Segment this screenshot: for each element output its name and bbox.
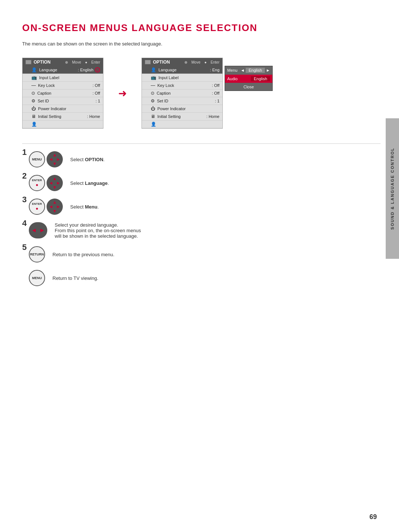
right-panel-nav: ⊕ Move ● Enter	[181, 60, 219, 64]
menu-row-empty-left: 👤	[23, 121, 103, 128]
step-4-icons: ◄ ►	[29, 222, 47, 238]
menu-row-keylock-right: — Key Lock : Off	[142, 82, 222, 89]
power-icon-left: ⏻	[31, 106, 36, 111]
step-2-number: 2	[22, 172, 27, 180]
nav-pad-inner-2: ▲ ◄ ► ▼	[49, 176, 61, 190]
left-panel-option-label: OPTION	[34, 60, 51, 65]
menu-row-empty-right: 👤	[142, 121, 222, 128]
key-icon-left: —	[31, 83, 36, 88]
subtitle: The menus can be shown on the screen in …	[22, 41, 381, 47]
menu-button-final[interactable]: MENU	[29, 270, 45, 286]
step-3-number: 3	[22, 196, 27, 204]
step-3-text: Select Menu.	[70, 204, 99, 210]
popup-menu-row: Menu ◄ English ►	[225, 66, 272, 75]
step-5-icons: RETURN	[29, 246, 45, 262]
person-icon-left: 👤	[31, 67, 37, 72]
left-panel-nav: ⊕ Move ● Enter	[62, 60, 100, 64]
step-menu-icons: MENU	[29, 270, 45, 286]
menu-button-1[interactable]: MENU	[29, 151, 45, 167]
direction-arrow: ➜	[118, 87, 127, 99]
step-2-icons: ENTER ● ▲ ◄ ► ▼	[29, 175, 63, 191]
step-2: 2 ENTER ● ▲ ◄ ► ▼	[22, 175, 381, 191]
menu-row-language-left: 👤 Language : English ●	[23, 66, 103, 74]
right-enter-label: ● Enter	[204, 60, 219, 64]
menu-row-power-left: ⏻ Power Indicator	[23, 105, 103, 113]
left-arrow-icon: ◄	[31, 227, 37, 234]
nav-pad-3[interactable]: ▲ ◄ ► ▼	[47, 199, 63, 215]
right-panel-option-label: OPTION	[153, 60, 170, 65]
step-1-text: Select OPTION.	[70, 157, 105, 162]
monitor-icon-right: 🖥	[151, 114, 155, 119]
nav-pad-2[interactable]: ▲ ◄ ► ▼	[47, 175, 63, 191]
step-1-number: 1	[22, 148, 27, 156]
caption-icon-right: ⊙	[151, 91, 154, 96]
right-move-label: ⊕ Move	[184, 60, 200, 64]
right-panel-container: OPTION ⊕ Move ● Enter 👤 Language : Eng	[141, 58, 223, 129]
return-button[interactable]: RETURN	[29, 246, 45, 262]
left-panel-header: OPTION ⊕ Move ● Enter	[23, 58, 103, 66]
nav-down-arrow-3: ▼	[52, 209, 57, 213]
menu-row-input-left: 📺 Input Label	[23, 74, 103, 82]
monitor-icon-left: 🖥	[31, 114, 36, 119]
language-row-left: 👤 Language	[31, 67, 57, 72]
popup-audio-label: Audio	[227, 77, 238, 81]
enter-icon-left: ●	[95, 67, 100, 72]
nav-down-arrow-2: ▼	[52, 185, 57, 190]
step-4-number: 4	[22, 219, 27, 227]
menu-row-keylock-left: — Key Lock : Off	[23, 82, 103, 89]
return-btn-label: RETURN	[30, 253, 44, 257]
enter-button-2[interactable]: ENTER ●	[29, 175, 45, 191]
enter-btn-icon: ●	[35, 182, 38, 187]
side-tab: SOUND & LANGUAGE CONTROL	[386, 118, 399, 259]
caption-icon-left: ⊙	[31, 91, 35, 96]
menu-row-initial-left: 🖥 Initial Setting : Home	[23, 113, 103, 121]
side-tab-label: SOUND & LANGUAGE CONTROL	[390, 148, 395, 230]
person-icon-right: 👤	[151, 67, 156, 72]
person2-icon-right: 👤	[151, 122, 156, 127]
popup-menu-value: English	[246, 68, 265, 73]
menu-row-language-right: 👤 Language : Eng	[142, 66, 222, 74]
nav-pad-inner-3: ▲ ◄ ► ▼	[49, 200, 61, 213]
right-arrow-icon: ►	[39, 227, 45, 234]
left-menu-panel: OPTION ⊕ Move ● Enter 👤 Language : Engli…	[22, 58, 103, 129]
person2-icon-left: 👤	[31, 122, 37, 127]
panel-icon	[25, 60, 31, 64]
menu-row-initial-right: 🖥 Initial Setting : Home	[142, 113, 222, 121]
step-5-number: 5	[22, 243, 27, 251]
right-panel-header: OPTION ⊕ Move ● Enter	[142, 58, 222, 66]
right-panel-title: OPTION	[145, 60, 170, 65]
move-label: ⊕ Move	[65, 60, 81, 64]
language-value-left: : English ●	[78, 67, 100, 72]
nav-pad-1[interactable]: ▲ ◄ ► ▼	[47, 151, 63, 167]
lr-arrows[interactable]: ◄ ►	[29, 222, 47, 238]
menu-row-input-right: 📺 Input Label	[142, 74, 222, 82]
enter-btn-label: ENTER	[32, 179, 42, 182]
popup-menu-label: Menu	[227, 68, 238, 72]
steps-area: 1 MENU ▲ ◄ ► ▼ Select OPTION.	[22, 151, 381, 286]
right-panel-icon	[145, 60, 151, 64]
step-2-text: Select Language.	[70, 180, 109, 186]
menu-row-caption-left: ⊙ Caption : Off	[23, 89, 103, 97]
popup-close-button[interactable]: Close	[225, 83, 272, 91]
menu-row-setid-right: ⚙ Set ID : 1	[142, 97, 222, 105]
enter-label: ● Enter	[85, 60, 100, 64]
popup-close-label: Close	[243, 85, 254, 89]
menu-btn-final-label: MENU	[32, 276, 42, 280]
enter-btn-icon-3: ●	[35, 206, 38, 211]
menu-btn-label: MENU	[32, 157, 42, 162]
page-number: 69	[369, 513, 377, 521]
step-4-text: Select your desired language. From this …	[55, 222, 141, 239]
step-menu-text: Return to TV viewing.	[52, 275, 98, 281]
step-5: 5 RETURN Return to the previous menu.	[22, 246, 381, 262]
setid-icon-left: ⚙	[31, 98, 35, 104]
step-5-text: Return to the previous menu.	[52, 252, 115, 257]
step-4: 4 ◄ ► Select your desired language. From…	[22, 222, 381, 239]
setid-icon-right: ⚙	[151, 98, 155, 104]
step-menu: MENU Return to TV viewing.	[22, 270, 381, 286]
popup-left-arrow: ◄	[241, 68, 245, 72]
left-panel-title: OPTION	[25, 60, 51, 65]
section-divider	[22, 143, 381, 144]
popup-right-arrow: ►	[266, 68, 270, 72]
enter-button-3[interactable]: ENTER ●	[29, 199, 45, 215]
left-panel-container: OPTION ⊕ Move ● Enter 👤 Language : Engli…	[22, 58, 103, 129]
